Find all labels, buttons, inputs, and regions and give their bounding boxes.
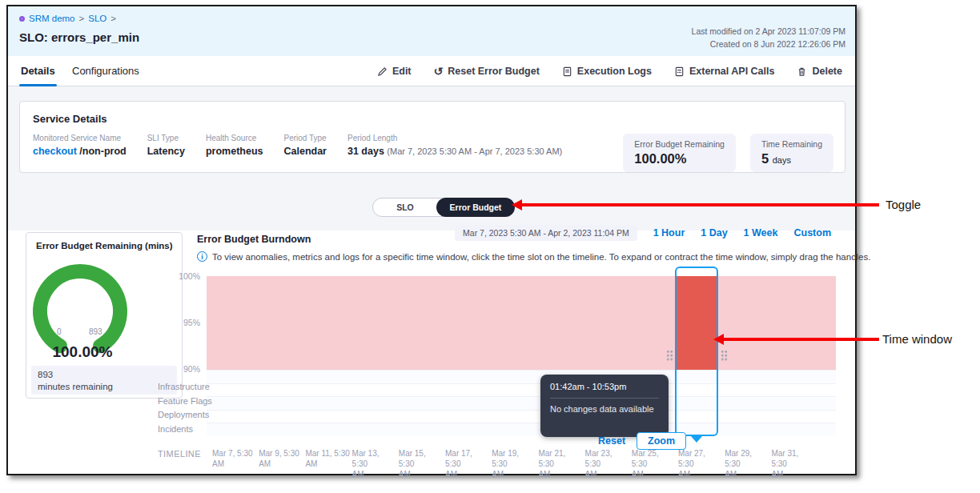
tab-details[interactable]: Details bbox=[21, 56, 55, 86]
timeline-tick: Mar 23, 5:30AM bbox=[585, 448, 630, 479]
timeline-tick: Mar 9, 5:30AM bbox=[259, 448, 303, 469]
pencil-icon bbox=[377, 66, 388, 77]
change-lane-stripe bbox=[207, 370, 836, 383]
edit-label: Edit bbox=[392, 66, 412, 77]
tab-configurations-label: Configurations bbox=[72, 65, 139, 77]
lane-label-feature-flags: Feature Flags bbox=[158, 396, 214, 406]
gauge-max-label: 893 bbox=[89, 327, 102, 336]
timeline-tick: Mar 13, 5:30AM bbox=[352, 448, 397, 479]
service-details-card: Service Details Monitored Service Name c… bbox=[19, 101, 845, 173]
delete-label: Delete bbox=[812, 66, 842, 77]
toggle-annotation-arrow bbox=[522, 203, 879, 206]
field-value: Latency bbox=[147, 146, 185, 157]
timeline-tick: Mar 25, 5:30AM bbox=[632, 448, 677, 479]
external-api-calls-label: External API Calls bbox=[689, 66, 775, 77]
slo-error-budget-toggle[interactable]: SLO Error Budget bbox=[372, 198, 515, 217]
app-window: SRM demo > SLO > SLO: errors_per_min Las… bbox=[6, 5, 857, 475]
info-icon: i bbox=[197, 251, 207, 262]
change-lane-stripe bbox=[207, 423, 836, 436]
burndown-info-text: To view anomalies, metrics and logs for … bbox=[212, 252, 870, 262]
field-label: Period Length bbox=[347, 134, 562, 142]
range-option-1-day[interactable]: 1 Day bbox=[701, 227, 727, 238]
service-details-fields: Monitored Service Name checkout /non-pro… bbox=[33, 134, 562, 157]
time-window-selection[interactable] bbox=[675, 267, 718, 436]
reset-zoom-link[interactable]: Reset bbox=[598, 435, 625, 447]
toggle-annotation-arrowhead bbox=[512, 199, 522, 210]
api-document-icon bbox=[674, 66, 685, 77]
lane-label-infrastructure: Infrastructure bbox=[158, 382, 214, 391]
time-window-annotation-arrow bbox=[724, 338, 879, 341]
stat-label: Time Remaining bbox=[761, 139, 822, 149]
tooltip-divider bbox=[550, 398, 659, 399]
error-budget-gauge-card: Error Budget Remaining (mins) 0 893 100.… bbox=[26, 232, 183, 399]
change-lane-stripe bbox=[207, 410, 836, 423]
edit-button[interactable]: Edit bbox=[377, 66, 412, 77]
execution-logs-button[interactable]: Execution Logs bbox=[562, 66, 652, 77]
execution-logs-label: Execution Logs bbox=[577, 66, 652, 77]
breadcrumb-srm-demo[interactable]: SRM demo bbox=[29, 14, 75, 23]
y-axis-tick: 100% bbox=[160, 271, 200, 281]
field-label: SLI Type bbox=[147, 134, 185, 142]
monitored-service-env: /non-prod bbox=[77, 146, 127, 157]
zoom-button[interactable]: Zoom bbox=[637, 432, 686, 450]
minutes-remaining-label: minutes remaining bbox=[38, 381, 171, 393]
toggle-annotation-label: Toggle bbox=[886, 198, 921, 211]
field-period-type: Period Type Calendar bbox=[283, 134, 327, 157]
timeline-tick: Mar 15, 5:30AM bbox=[399, 448, 444, 479]
changes-tooltip: 01:42am - 10:53pm No changes data availa… bbox=[540, 375, 669, 437]
time-window-annotation-arrowhead bbox=[713, 334, 724, 345]
burndown-range-bar: Mar 7, 2023 5:30 AM - Apr 2, 2023 11:04 … bbox=[455, 225, 831, 241]
timeline-tick: Mar 19, 5:30AM bbox=[492, 448, 536, 479]
last-modified-text: Last modified on 2 Apr 2023 11:07:09 PM bbox=[692, 25, 845, 38]
field-sli-type: SLI Type Latency bbox=[147, 134, 185, 157]
selected-time-slot[interactable] bbox=[677, 276, 717, 370]
timeline-tick: Mar 17, 5:30AM bbox=[445, 448, 490, 479]
lane-label-incidents: Incidents bbox=[158, 424, 214, 434]
selection-right-handle[interactable] bbox=[721, 350, 729, 361]
created-text: Created on 8 Jun 2022 12:26:06 PM bbox=[692, 38, 845, 50]
selection-left-handle[interactable] bbox=[666, 350, 674, 361]
error-budget-area[interactable] bbox=[207, 276, 836, 370]
page-title: SLO: errors_per_min bbox=[19, 30, 139, 44]
toggle-option-error-budget[interactable]: Error Budget bbox=[436, 198, 515, 217]
delete-button[interactable]: Delete bbox=[797, 66, 842, 77]
timeline-tick: Mar 21, 5:30AM bbox=[538, 448, 583, 479]
time-window-annotation-label: Time window bbox=[882, 332, 952, 346]
page-header: SRM demo > SLO > SLO: errors_per_min Las… bbox=[8, 6, 855, 56]
field-label: Health Source bbox=[206, 134, 263, 142]
field-health-source: Health Source prometheus bbox=[206, 134, 263, 157]
minutes-remaining-value: 893 bbox=[38, 369, 171, 381]
lane-label-deployments: Deployments bbox=[158, 410, 214, 419]
header-meta: Last modified on 2 Apr 2023 11:07:09 PM … bbox=[692, 25, 845, 51]
timeline-tick: Mar 7, 5:30AM bbox=[212, 448, 257, 469]
service-details-title: Service Details bbox=[33, 113, 107, 125]
external-api-calls-button[interactable]: External API Calls bbox=[674, 66, 775, 77]
srm-app-icon bbox=[19, 16, 25, 22]
time-remaining-stat: Time Remaining 5 days bbox=[750, 134, 833, 172]
minutes-remaining-box: 893 minutes remaining bbox=[31, 366, 177, 395]
monitored-service-link[interactable]: checkout bbox=[33, 146, 77, 157]
toggle-option-slo[interactable]: SLO bbox=[373, 202, 437, 212]
burndown-title: Error Budget Burndown bbox=[197, 234, 311, 245]
stat-unit: days bbox=[773, 155, 791, 165]
timeline-tick: Mar 11, 5:30AM bbox=[305, 448, 350, 469]
period-length-value: 31 days bbox=[347, 146, 384, 157]
field-label: Period Type bbox=[283, 134, 327, 142]
range-option-custom[interactable]: Custom bbox=[793, 227, 831, 238]
breadcrumb-separator: > bbox=[79, 14, 85, 23]
field-value: prometheus bbox=[206, 146, 263, 157]
field-value: Calendar bbox=[283, 146, 327, 157]
timeline-axis-label: TIMELINE bbox=[158, 449, 201, 459]
range-option-1-week[interactable]: 1 Week bbox=[744, 227, 778, 238]
timeline-tick: Mar 29, 5:30AM bbox=[725, 448, 769, 479]
document-icon bbox=[562, 66, 572, 77]
tab-configurations[interactable]: Configurations bbox=[72, 56, 139, 86]
trash-icon bbox=[797, 66, 807, 77]
range-option-1-hour[interactable]: 1 Hour bbox=[653, 227, 685, 238]
breadcrumb: SRM demo > SLO > bbox=[19, 14, 116, 23]
breadcrumb-slo[interactable]: SLO bbox=[88, 14, 106, 23]
range-options: 1 Hour1 Day1 WeekCustom bbox=[653, 227, 831, 238]
stat-value: 100.00% bbox=[634, 151, 725, 166]
tab-details-label: Details bbox=[21, 65, 55, 77]
reset-error-budget-button[interactable]: ↺ Reset Error Budget bbox=[434, 66, 540, 77]
